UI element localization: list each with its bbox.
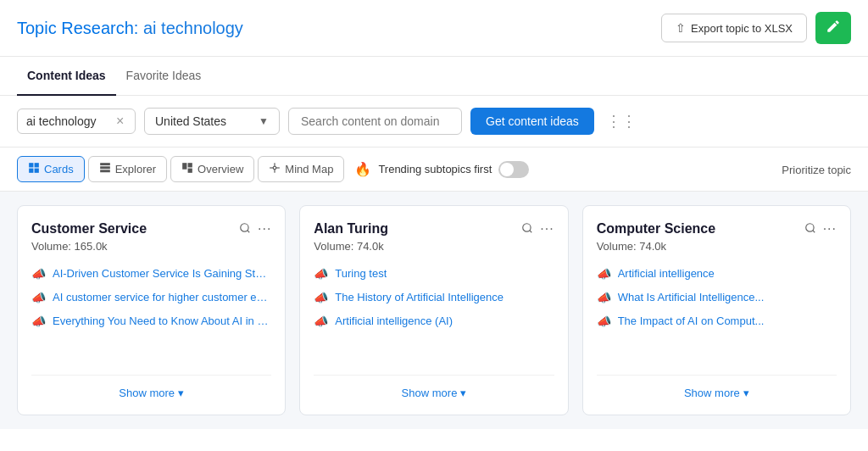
card-item-text: The Impact of AI on Comput... [618,314,765,329]
view-toggle-row: Cards Explorer Overview Mind Map 🔥 Trend… [0,148,868,192]
cards-area: Customer Service ··· Volume: 165.0k 📣 AI… [0,192,868,429]
explorer-icon [99,162,111,176]
card-item-text: AI-Driven Customer Service Is Gaining St… [53,266,271,281]
chevron-down-icon: ▼ [259,115,269,127]
trending-article-icon: 📣 [597,267,611,281]
chevron-down-icon: ▾ [743,387,749,399]
svg-line-16 [248,230,250,232]
card-items: 📣 Turing test 📣 The History of Artificia… [314,266,554,361]
overview-icon [181,162,193,176]
card-item-text: What Is Artificial Intelligence... [618,290,765,305]
view-mindmap-button[interactable]: Mind Map [258,156,344,182]
topic-search-wrapper[interactable]: × [17,109,136,134]
card-header: Customer Service ··· [31,221,271,237]
country-label: United States [155,114,226,128]
card-items: 📣 Artificial intelligence 📣 What Is Arti… [597,266,837,361]
get-ideas-button[interactable]: Get content ideas [470,108,594,135]
card-title: Customer Service [31,221,147,237]
svg-rect-5 [100,166,110,169]
list-item[interactable]: 📣 The History of Artificial Intelligence [314,290,554,305]
card-search-icon[interactable] [239,222,251,237]
svg-line-18 [530,230,532,232]
show-more-button[interactable]: Show more ▾ [119,387,184,399]
svg-point-17 [523,223,531,231]
svg-rect-9 [188,169,192,173]
trending-article-icon: 📣 [314,315,328,328]
options-icon[interactable]: ⋮⋮ [606,112,637,131]
mindmap-icon [269,162,281,176]
card-item-text: Artificial intelligence [618,266,715,281]
list-item[interactable]: 📣 AI-Driven Customer Service Is Gaining … [31,266,271,281]
chevron-down-icon: ▾ [178,387,184,399]
trending-article-icon: 📣 [31,267,46,281]
svg-line-20 [812,230,815,232]
list-item[interactable]: 📣 Artificial intelligence (AI) [314,314,554,329]
edit-button[interactable] [815,12,851,44]
card-menu-icon[interactable]: ··· [540,221,554,237]
show-more-section: Show more ▾ [597,375,837,399]
trending-article-icon: 📣 [314,267,328,281]
card-menu-icon[interactable]: ··· [823,221,837,237]
svg-point-19 [805,223,813,231]
trending-article-icon: 📣 [597,291,611,304]
clear-icon[interactable]: × [116,114,124,128]
card-search-icon[interactable] [804,222,816,237]
trending-article-icon: 📣 [31,315,46,328]
list-item[interactable]: 📣 What Is Artificial Intelligence... [597,290,837,305]
card-volume: Volume: 165.0k [31,240,271,253]
export-label: Export topic to XLSX [691,22,793,35]
card-item-text: Turing test [335,266,387,281]
card-menu-icon[interactable]: ··· [258,221,271,237]
svg-rect-1 [35,163,39,167]
card-item-text: Everything You Need to Know About AI in … [53,314,271,329]
svg-point-10 [274,166,277,170]
card-title: Alan Turing [314,221,388,237]
view-buttons-group: Cards Explorer Overview Mind Map 🔥 Trend… [17,156,529,182]
svg-point-15 [241,223,248,231]
show-more-section: Show more ▾ [314,375,554,399]
card-item-text: AI customer service for higher customer … [53,290,271,305]
topic-search-input[interactable] [26,114,111,128]
card-header: Computer Science ··· [597,221,837,237]
chevron-down-icon: ▾ [460,387,466,399]
view-overview-button[interactable]: Overview [170,156,254,182]
trending-toggle[interactable] [498,161,529,178]
card-alan-turing: Alan Turing ··· Volume: 74.0k 📣 Turing t… [299,205,568,415]
view-explorer-button[interactable]: Explorer [88,156,167,182]
svg-rect-3 [35,169,39,173]
svg-rect-8 [188,163,192,167]
card-items: 📣 AI-Driven Customer Service Is Gaining … [31,266,271,361]
show-more-button[interactable]: Show more ▾ [402,387,467,399]
card-search-icon[interactable] [521,222,533,237]
title-topic: ai technology [143,19,243,37]
trending-fire-icon: 🔥 [354,161,371,177]
card-actions: ··· [804,221,837,237]
list-item[interactable]: 📣 The Impact of AI on Comput... [597,314,837,329]
title-prefix: Topic Research: [17,19,143,37]
prioritize-label: Prioritize topic [782,163,851,176]
card-header: Alan Turing ··· [314,221,554,237]
export-icon: ⇧ [676,21,686,35]
svg-rect-6 [100,170,110,172]
card-title: Computer Science [597,221,715,237]
show-more-button[interactable]: Show more ▾ [684,387,749,399]
list-item[interactable]: 📣 Everything You Need to Know About AI i… [31,314,271,329]
show-more-section: Show more ▾ [31,375,271,399]
edit-icon [826,22,841,36]
page-title: Topic Research: ai technology [17,19,243,38]
tabs-row: Content Ideas Favorite Ideas [0,57,868,96]
view-cards-button[interactable]: Cards [17,156,85,182]
trending-article-icon: 📣 [597,315,611,328]
tab-content-ideas[interactable]: Content Ideas [17,57,116,96]
card-volume: Volume: 74.0k [597,240,837,253]
tab-favorite-ideas[interactable]: Favorite Ideas [116,57,212,96]
domain-search-input[interactable] [288,108,462,135]
svg-rect-7 [182,163,186,170]
list-item[interactable]: 📣 Artificial intelligence [597,266,837,281]
card-actions: ··· [521,221,554,237]
list-item[interactable]: 📣 Turing test [314,266,554,281]
export-button[interactable]: ⇧ Export topic to XLSX [661,14,807,42]
list-item[interactable]: 📣 AI customer service for higher custome… [31,290,271,305]
header-actions: ⇧ Export topic to XLSX [661,12,851,44]
country-select[interactable]: United States ▼ [144,108,280,135]
